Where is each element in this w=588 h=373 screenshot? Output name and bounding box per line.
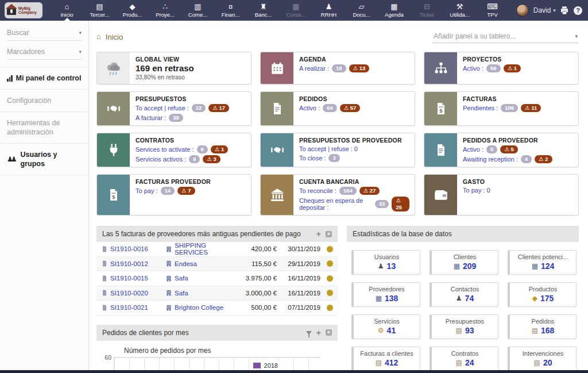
home-icon: ⌂ (65, 3, 69, 11)
card-status-line[interactable]: Pendientes :106⚠ 11 (463, 104, 541, 112)
company-logo[interactable]: MyBig Company (5, 2, 42, 18)
nav-item-ticket[interactable]: ⊟Ticket (411, 0, 443, 21)
nav-item-comercial[interactable]: ▥Come... (181, 0, 214, 21)
stat-box-usuarios[interactable]: Usuarios♟13 (351, 250, 420, 275)
card-status-line[interactable]: Awaiting reception :4⚠ 2 (463, 155, 552, 163)
company-link[interactable]: Endesa (175, 260, 197, 267)
stat-box-proveedores[interactable]: Proveedores▦138 (351, 282, 420, 307)
card-status-line[interactable]: To pay :14⚠ 7 (136, 187, 211, 195)
invoice-ref-link[interactable]: SI1910-0012 (110, 260, 148, 267)
app-root: MyBig Company ⌂Inicio▤Tercer...◆Produ...… (0, 0, 588, 373)
card-pedidos[interactable]: PEDIDOSActivo :64⚠ 57 (260, 91, 415, 126)
stat-box-clientes[interactable]: Clientes▦209 (430, 250, 498, 275)
nav-item-contabilidad[interactable]: ▦Conta... (280, 0, 312, 21)
card-status-line[interactable]: A realizar :18⚠ 13 (299, 64, 369, 72)
invoice-amount: 420,00 € (232, 245, 277, 252)
close-panel-icon[interactable]: × (326, 231, 332, 237)
stat-box-contactos[interactable]: Contactos♟74 (430, 282, 498, 307)
card-agenda[interactable]: AGENDAA realizar :18⚠ 13 (260, 52, 415, 84)
sidebar-item-label: Configuración (7, 97, 51, 105)
doc-icon: ▤ (532, 326, 538, 334)
add-panel-select[interactable]: Añadir panel a su tablero... ▾ (432, 31, 579, 43)
card-contratos[interactable]: CONTRATOSServices to activate :6⚠ 1Servi… (96, 133, 252, 167)
help-icon[interactable]: ? (574, 6, 582, 15)
nav-item-documentos[interactable]: ▱Docu... (345, 0, 378, 21)
card-presupuestos[interactable]: PRESUPUESTOSTo accept | refuse :22⚠ 17A … (96, 91, 252, 126)
nav-item-productos[interactable]: ◆Produ... (116, 0, 149, 21)
company-link[interactable]: Brighton College (175, 304, 223, 311)
nav-item-financiera[interactable]: ¤Finan... (214, 0, 247, 21)
card-facturas[interactable]: $FACTURASPendientes :106⚠ 11 (424, 91, 579, 126)
card-status-line[interactable]: To accept | refuse :22⚠ 17 (136, 104, 229, 112)
company-link[interactable]: Safa (175, 275, 188, 282)
close-panel-icon[interactable]: × (326, 329, 332, 336)
chevron-down-icon: ▾ (79, 49, 82, 55)
card-status-line[interactable]: A facturar :38 (136, 114, 229, 122)
status-link: A facturar : (136, 114, 166, 121)
sidebar-item-dashboard[interactable]: Mi panel de control (0, 67, 88, 89)
invoice-ref-link[interactable]: SI1910-0020 (110, 290, 148, 297)
filter-icon[interactable] (306, 329, 312, 336)
doc-icon: ▤ (456, 326, 462, 334)
bookmarks-select-label: Marcadores (7, 48, 45, 56)
nav-item-utilidades[interactable]: ⚒Utilida... (443, 0, 476, 21)
bookmarks-select[interactable]: Marcadores ▾ (7, 48, 82, 60)
stat-box-presupuestos[interactable]: Presupuestos▤93 (430, 314, 498, 339)
card-status-line[interactable]: Servicios activos :8⚠ 3 (136, 155, 228, 163)
nav-item-agenda[interactable]: ▦Agenda (378, 0, 411, 21)
card-status-line[interactable]: To close :3 (299, 154, 402, 162)
nav-item-bancos[interactable]: ♜Banc... (247, 0, 280, 21)
card-status-line[interactable]: Cheques en espera de depositar :33⚠ 25 (299, 197, 409, 212)
nav-item-label: Inicio (60, 11, 73, 18)
company-link[interactable]: Safa (175, 290, 188, 297)
count-badge: 8 (189, 155, 200, 163)
document-icon (101, 304, 108, 312)
stat-box-facturas-a-clientes[interactable]: Facturas a clientes▤412 (351, 347, 420, 371)
invoice-ref-link[interactable]: SI1910-0015 (110, 275, 148, 282)
card-global-view[interactable]: GLOBAL VIEW169 en retraso33,80% en retra… (96, 52, 252, 84)
stat-box-intervenciones[interactable]: Intervenciones▤20 (508, 347, 577, 371)
card-status-line[interactable]: Activo :5⚠ 5 (463, 145, 552, 153)
stat-value: ▤20 (513, 358, 572, 367)
invoice-ref-link[interactable]: SI1910-0016 (110, 245, 148, 252)
sidebar-item-herramientas-administracion[interactable]: Herramientas de administración (0, 111, 88, 143)
company-link[interactable]: SHIPPING SERVICES (175, 242, 232, 256)
card-status-line[interactable]: Activo :64⚠ 57 (299, 104, 360, 112)
stat-box-contratos[interactable]: Contratos▤24 (430, 347, 498, 371)
card-gasto[interactable]: GASTOTo pay : 0 (424, 174, 579, 216)
sidebar-item-usuarios-grupos[interactable]: ♟♟ Usuarios y grupos (0, 143, 88, 175)
move-panel-icon[interactable]: + (316, 231, 321, 237)
move-panel-icon[interactable]: + (316, 330, 321, 336)
user-avatar[interactable] (516, 4, 529, 17)
sidebar-item-label: Mi panel de control (16, 74, 82, 83)
sidebar-item-configuracion[interactable]: Configuración (0, 89, 88, 111)
user-menu[interactable]: David ▾ (533, 6, 555, 14)
stat-box-servicios[interactable]: Servicios⚙41 (351, 314, 420, 339)
stat-label: Presupuestos (435, 318, 494, 325)
nav-item-terceros[interactable]: ▤Tercer... (83, 0, 116, 21)
print-icon[interactable] (560, 6, 569, 15)
card-proyectos[interactable]: PROYECTOSActivo :56⚠ 1 (424, 52, 579, 84)
card-status-line[interactable]: To pay : 0 (463, 187, 490, 194)
nav-item-inicio[interactable]: ⌂Inicio (51, 0, 83, 21)
card-pedidos-proveedor[interactable]: PEDIDOS A PROVEEDORActivo :5⚠ 5Awaiting … (424, 133, 579, 167)
stat-box-pedidos[interactable]: Pedidos▤168 (508, 314, 577, 339)
stat-box-clientes-potenci[interactable]: Clientes potenci...▦124 (508, 250, 577, 275)
chart-title: Número de pedidos por mes (124, 347, 338, 355)
search-select[interactable]: Buscar ▾ (7, 29, 82, 41)
card-status-line[interactable]: To accept | refuse : 0 (299, 145, 402, 152)
card-facturas-proveedor[interactable]: $FACTURAS PROVEEDORTo pay :14⚠ 7 (96, 174, 252, 216)
card-presupuestos-proveedor[interactable]: PRESUPUESTOS DE PROVEEDORTo accept | ref… (260, 133, 415, 167)
svg-text:$: $ (439, 108, 442, 114)
main-menu: ⌂Inicio▤Tercer...◆Produ...∴Proye...▥Come… (51, 0, 509, 21)
panel-title: Pedidos de clientes por mes (102, 329, 301, 337)
invoice-ref-link[interactable]: SI1910-0021 (110, 304, 148, 311)
nav-item-tpv[interactable]: ⌨TPV (476, 0, 509, 21)
card-status-line[interactable]: To reconcile :164⚠ 27 (299, 187, 409, 195)
card-status-line[interactable]: Activo :56⚠ 1 (463, 64, 521, 72)
card-status-line[interactable]: Services to activate :6⚠ 1 (136, 145, 228, 153)
card-cuenta-bancaria[interactable]: CUENTA BANCARIATo reconcile :164⚠ 27Cheq… (260, 174, 415, 216)
stat-box-productos[interactable]: Productos◆175 (508, 282, 577, 307)
nav-item-rrhh[interactable]: ♟RRHH (312, 0, 345, 21)
nav-item-proyectos[interactable]: ∴Proye... (149, 0, 181, 21)
